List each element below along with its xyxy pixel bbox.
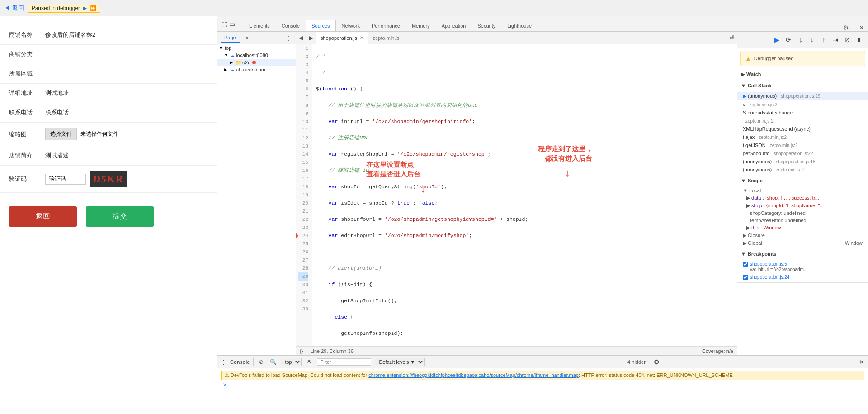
filter-icon[interactable]: 🔍	[269, 358, 277, 366]
console-settings-icon[interactable]: ⚙	[654, 358, 660, 366]
levels-select[interactable]: Default levels ▼	[375, 358, 425, 366]
devtools-tab-bar: ⬚ ▭ Elements Console Sources Network Per…	[217, 16, 868, 32]
scope-shop-val: {shopId: 1, shopName: "...	[766, 203, 824, 208]
label-captcha: 验证码	[9, 175, 45, 183]
breakpoints-toggle: ▼	[741, 251, 746, 257]
call-stack-header[interactable]: ▼ Call Stack	[737, 80, 868, 91]
pause-exceptions-button[interactable]: ⏸	[854, 34, 864, 45]
resume-button[interactable]: ▶	[771, 34, 782, 45]
form-row-shopname: 商铺名称 修改后的店铺名称2	[0, 25, 217, 45]
breakpoint-check-1[interactable]	[743, 275, 748, 280]
step-icon[interactable]: ⏩	[90, 5, 96, 11]
cloud-icon-localhost: ☁	[230, 53, 235, 58]
tree-item-alicdn[interactable]: ▶ ☁ at.alicdn.com	[217, 66, 296, 73]
scope-local-header[interactable]: ▼ Local	[737, 187, 868, 194]
close-devtools-icon[interactable]: ✕	[859, 24, 864, 31]
settings-icon[interactable]: ⚙	[843, 24, 849, 31]
callstack-item-3[interactable]: zepto.min.js:2	[737, 117, 868, 125]
tree-menu-icon[interactable]: ⋮	[286, 34, 292, 42]
pause-button[interactable]: ⟳	[783, 34, 794, 45]
form-row-desc: 店铺简介 测试描述	[0, 146, 217, 166]
code-line-7: var registerShopUrl = '/o2o/shopadmin/re…	[316, 150, 733, 158]
label-localhost: localhost:8080	[236, 52, 268, 58]
format-code-icon[interactable]: ⏎	[726, 34, 737, 41]
clear-console-icon[interactable]: ⊘	[257, 358, 265, 366]
bp-file-0: shopoperation.js:5	[750, 262, 863, 266]
device-icon[interactable]: ▭	[229, 20, 235, 28]
tab-label-shopoperation: shopoperation.js	[321, 35, 357, 41]
callstack-item-7[interactable]: getShopInfo shopoperation.js:22	[737, 149, 868, 157]
tab-sources[interactable]: Sources	[306, 20, 335, 31]
watch-header[interactable]: ▶ Watch	[737, 69, 868, 80]
callstack-item-4[interactable]: XMLHttpRequest.send (async)	[737, 125, 868, 133]
step-over-button[interactable]: ⤵	[795, 34, 806, 45]
callstack-name-4: XMLHttpRequest.send (async)	[743, 126, 811, 132]
callstack-name-0: (anonymous)	[748, 93, 777, 99]
tree-item-o2o[interactable]: ▶ 📁 o2o	[217, 59, 296, 66]
console-close-icon[interactable]: ✕	[859, 358, 864, 366]
eye-icon[interactable]: 👁	[305, 358, 313, 366]
console-title: Console	[230, 359, 250, 365]
scope-shopcategory-label: shopCategory: undefined	[750, 210, 806, 216]
callstack-item-1[interactable]: v zepto.min.js:2	[737, 100, 868, 109]
console-filter-input[interactable]	[317, 358, 371, 366]
callstack-item-5[interactable]: t.ajax zepto.min.js:2	[737, 133, 868, 141]
tab-lighthouse[interactable]: Lighthouse	[501, 20, 538, 31]
tab-application[interactable]: Application	[436, 20, 472, 31]
console-menu-icon[interactable]: ⋮	[221, 358, 226, 365]
tree-item-localhost[interactable]: ▼ ☁ localhost:8080	[217, 52, 296, 59]
choose-file-button[interactable]: 选择文件	[45, 128, 77, 140]
scope-header[interactable]: ▼ Scope	[737, 175, 868, 186]
breakpoint-indicator	[252, 61, 256, 64]
step-into-button[interactable]: ↓	[807, 34, 817, 45]
line-numbers: 1234567891011121314151617181920212223242…	[296, 44, 312, 346]
back-form-button[interactable]: 返回	[9, 206, 77, 227]
forward-code-icon[interactable]: ▶	[306, 34, 316, 41]
callstack-item-6[interactable]: t.getJSON zepto.min.js:2	[737, 141, 868, 149]
more-icon[interactable]: ⋮	[851, 24, 857, 31]
tree-item-top[interactable]: ▼ top	[217, 44, 296, 52]
inspect-icon[interactable]: ⬚	[222, 20, 227, 28]
tab-elements[interactable]: Elements	[243, 20, 276, 31]
back-button[interactable]: ◀ 返回	[5, 4, 24, 12]
call-stack-label: Call Stack	[748, 83, 772, 88]
scope-closure[interactable]: ▶ Closure	[737, 232, 868, 239]
submit-button[interactable]: 提交	[86, 206, 154, 227]
close-tab-shopoperation[interactable]: ✕	[360, 35, 363, 40]
scope-data[interactable]: ▶ data : {shop: {…}, success: tr...	[737, 194, 868, 202]
scope-this[interactable]: ▶ this : Window	[737, 224, 868, 232]
warning-url-link[interactable]: chrome-extension://fheoggkfdfchfphceeifd…	[368, 372, 579, 378]
code-area: 1234567891011121314151617181920212223242…	[296, 44, 737, 346]
code-tab-shopoperation[interactable]: shopoperation.js ✕	[316, 32, 368, 44]
code-tab-zepto[interactable]: zepto.min.js	[368, 32, 405, 44]
breakpoints-header[interactable]: ▼ Breakpoints	[737, 248, 868, 259]
more-tabs[interactable]: »	[242, 33, 252, 43]
tab-console[interactable]: Console	[276, 20, 306, 31]
tab-network[interactable]: Network	[336, 20, 366, 31]
context-select[interactable]: top	[281, 358, 302, 366]
scope-closure-toggle: ▶ Closure	[743, 233, 765, 238]
form-row-category: 商铺分类	[0, 45, 217, 64]
back-code-icon[interactable]: ◀	[296, 34, 306, 41]
format-icon[interactable]: {}	[300, 348, 303, 354]
breakpoint-check-0[interactable]	[743, 262, 748, 267]
breakpoint-item-0: shopoperation.js:5 var initUrl = '/o2o/s…	[737, 260, 868, 273]
tab-memory[interactable]: Memory	[406, 20, 436, 31]
deactivate-button[interactable]: ⊘	[842, 34, 853, 45]
tab-security[interactable]: Security	[472, 20, 501, 31]
console-prompt[interactable]: >	[221, 381, 864, 390]
scope-shop[interactable]: ▶ shop : {shopId: 1, shopName: "...	[737, 202, 868, 209]
tab-performance[interactable]: Performance	[366, 20, 406, 31]
callstack-item-8[interactable]: (anonymous) shopoperation.js:18	[737, 157, 868, 166]
callstack-item-9[interactable]: (anonymous) zepto.min.js:2	[737, 166, 868, 174]
scope-global[interactable]: ▶ Global Window	[737, 239, 868, 247]
page-tab[interactable]: Page	[221, 33, 240, 43]
step-out-button[interactable]: ↑	[818, 34, 829, 45]
debugger-paused-banner: ▲ Debugger paused	[740, 51, 865, 66]
callstack-item-2[interactable]: S.onreadystatechange	[737, 109, 868, 117]
captcha-input[interactable]	[45, 174, 86, 185]
callstack-item-0[interactable]: ▶ (anonymous) shopoperation.js:29	[737, 92, 868, 100]
console-content: ⚠ DevTools failed to load SourceMap: Cou…	[217, 368, 868, 414]
play-icon[interactable]: ▶	[83, 5, 87, 11]
step-button[interactable]: ⇥	[830, 34, 841, 45]
